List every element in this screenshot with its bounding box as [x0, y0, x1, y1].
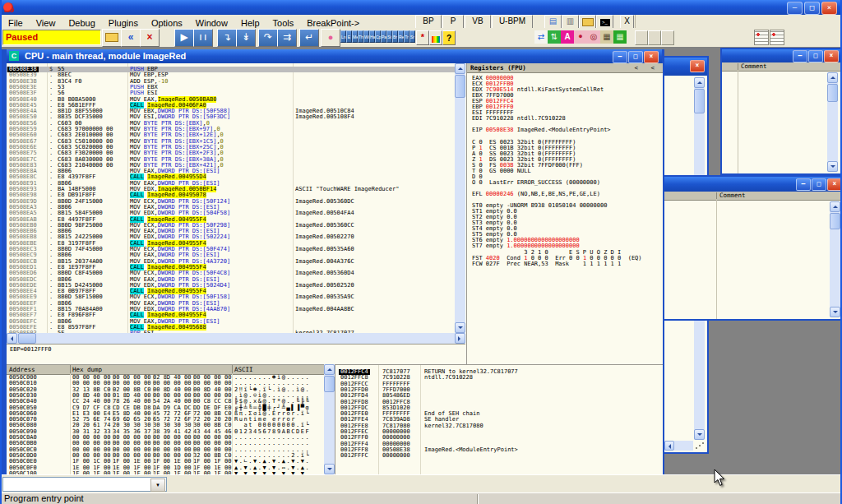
pause-icon[interactable]: ❙❙	[193, 29, 213, 47]
disasm-row[interactable]: 00508EC3.8B0D 74F45000MOV ECX,DWORD PTR …	[7, 247, 455, 252]
plugin-button-bp[interactable]: BP	[415, 15, 442, 29]
open-file-icon[interactable]	[102, 29, 122, 47]
window-button-tr[interactable]: Tr	[404, 30, 409, 43]
stack-row[interactable]: 0012FFFC00000000	[335, 453, 663, 459]
minimize-icon[interactable]: –	[796, 178, 811, 191]
stack-pane[interactable]: 0012FFC47C817077RETURN to kernel32.7C817…	[335, 364, 663, 474]
minimize-icon[interactable]: –	[793, 50, 807, 62]
horizontal-scrollbar[interactable]	[664, 441, 693, 451]
animate-over-icon[interactable]: ⇉	[277, 29, 297, 47]
disasm-row[interactable]: 00508EF7.E8 F896F8FFCALL ImageRed.004955…	[7, 312, 455, 318]
window-button-ln[interactable]: Ln	[340, 30, 346, 43]
scroll-up-icon[interactable]	[694, 77, 705, 88]
disasm-row[interactable]: 00508EFE.E8 8597F8FFCALL ImageRed.004956…	[7, 325, 455, 331]
scroll-left-icon[interactable]	[7, 333, 17, 344]
register-line[interactable]: FCW 027F Prec NEAR,53 Mask 1 1 1 1 1 1	[472, 261, 663, 267]
vertical-scrollbar[interactable]	[827, 72, 838, 172]
scroll-up-icon[interactable]	[830, 201, 840, 212]
scroll-left-icon[interactable]	[664, 441, 674, 451]
notepad-icon[interactable]: ▥	[562, 15, 579, 29]
scroll-down-icon[interactable]	[694, 429, 705, 440]
step-over-icon[interactable]: ↷	[258, 29, 278, 47]
watch-list-icon[interactable]	[770, 30, 784, 45]
step-into-icon[interactable]: ↴	[217, 29, 237, 47]
window-button-re[interactable]: Re	[398, 30, 404, 43]
register-line[interactable]: O 0 LastErr ERROR_SUCCESS (00000000)	[472, 180, 663, 186]
cpu-titlebar[interactable]: C CPU - main thread, module ImageRed – □…	[7, 49, 662, 63]
disasm-horizontal-scrollbar[interactable]	[7, 333, 465, 344]
help-icon[interactable]: ?	[442, 30, 456, 45]
breakpoint-list-icon[interactable]	[754, 30, 769, 45]
copy-icon[interactable]: ▤	[544, 15, 562, 29]
window-button-th[interactable]: Th	[358, 30, 363, 43]
console-icon[interactable]: >_	[596, 15, 613, 29]
disasm-row[interactable]: 00508ED6.8B0D C8F45000MOV ECX,DWORD PTR …	[7, 270, 455, 276]
disasm-vertical-scrollbar[interactable]	[455, 63, 465, 333]
breakpoint-icon[interactable]: ●	[574, 30, 587, 44]
close-icon[interactable]: ×	[690, 60, 705, 72]
column-divider[interactable]	[716, 192, 717, 199]
animate-into-icon[interactable]: ↡	[236, 29, 256, 47]
dump-vertical-scrollbar[interactable]	[324, 364, 335, 474]
scroll-thumb[interactable]	[324, 376, 335, 392]
register-line[interactable]: EFL 00000246 (NO,NB,E,BE,NS,PE,GE,LE)	[472, 192, 663, 197]
register-line[interactable]: EIP 00508E38 ImageRed.<ModuleEntryPoint>	[472, 127, 663, 133]
dump-pane[interactable]: Address Hex dump ASCII 0050C00000 00 00 …	[7, 364, 324, 474]
scroll-thumb[interactable]	[455, 75, 465, 98]
maximize-icon[interactable]: □	[628, 51, 643, 63]
disasm-row[interactable]: 00508E8C.E8 4397F8FFCALL ImageRed.004955…	[7, 174, 455, 180]
assemble-icon[interactable]: A	[561, 30, 574, 44]
close-icon[interactable]: ×	[824, 50, 839, 62]
disasm-row[interactable]: 00508E38$55PUSH EBP	[7, 67, 455, 72]
disasm-row[interactable]: 00508EE9.8B0D 58F15000MOV ECX,DWORD PTR …	[7, 294, 455, 300]
command-combobox[interactable]: ▼	[2, 477, 167, 492]
minimize-button[interactable]: –	[787, 2, 803, 15]
keypad-icon[interactable]: ▦	[600, 30, 613, 44]
disassembly-pane[interactable]: 00508E38$55PUSH EBP00508E39.8BECMOV EBP,…	[7, 63, 455, 333]
scroll-up-icon[interactable]	[455, 63, 465, 74]
chevron-down-icon[interactable]: ▼	[150, 479, 165, 492]
scroll-up-icon[interactable]	[827, 72, 838, 83]
squeezed-window-titlebar[interactable]: ×	[663, 58, 707, 76]
update-icon[interactable]: ⇅	[548, 30, 561, 44]
scroll-thumb[interactable]	[830, 213, 840, 229]
folder-icon[interactable]	[579, 15, 596, 29]
appearance-icon[interactable]	[429, 30, 442, 45]
plugin-close-button[interactable]: X	[620, 15, 634, 29]
run-icon[interactable]: ▶	[174, 29, 194, 47]
disasm-row[interactable]: 00508EB0.8B0D 98F25000MOV ECX,DWORD PTR …	[7, 223, 455, 229]
close-program-icon[interactable]: ×	[140, 29, 160, 47]
comment-window-bottom-titlebar[interactable]: – □ ×	[664, 177, 842, 192]
maximize-button[interactable]: □	[804, 2, 820, 15]
scroll-thumb[interactable]	[827, 84, 838, 102]
scroll-down-icon[interactable]	[455, 322, 465, 333]
blank-button[interactable]	[648, 30, 661, 45]
trace-icon[interactable]: ◎	[587, 30, 600, 44]
window-button-sr[interactable]: Sr	[409, 30, 415, 43]
maximize-icon[interactable]: □	[808, 50, 823, 62]
disasm-row[interactable]: 00508E3B.83C4 F0ADD ESP,-10	[7, 79, 455, 85]
registers-next-icon[interactable]: <	[650, 63, 655, 72]
plugin-button-vb[interactable]: VB	[465, 15, 491, 29]
execute-till-return-icon[interactable]: ↵	[299, 29, 319, 47]
disasm-row[interactable]: 00508E3E.53PUSH EBX	[7, 85, 455, 90]
window-button-pa[interactable]: Pa	[381, 30, 386, 43]
scroll-down-icon[interactable]	[830, 307, 840, 317]
plugin-button-u-bpm[interactable]: U-BPM	[492, 15, 533, 29]
register-line[interactable]: EDI 7C910228 ntdll.7C910228	[472, 116, 663, 122]
close-icon[interactable]: ×	[644, 51, 659, 63]
registers-pane[interactable]: Registers (FPU) < < EAX 00000000ECX 0012…	[466, 63, 663, 366]
close-button[interactable]: ×	[821, 2, 837, 15]
scroll-thumb[interactable]	[694, 89, 705, 113]
blank-button[interactable]	[635, 30, 648, 45]
scroll-down-icon[interactable]	[827, 161, 838, 172]
gear-icon[interactable]: *	[416, 30, 429, 45]
column-divider[interactable]	[232, 365, 233, 373]
memory-map-icon[interactable]: ▦	[613, 30, 627, 44]
window-button-cp[interactable]: Cp	[375, 30, 381, 43]
column-divider[interactable]	[70, 365, 71, 373]
minimize-icon[interactable]: –	[613, 51, 627, 63]
blank-button[interactable]	[661, 30, 674, 45]
window-button-br[interactable]: Br	[392, 30, 398, 43]
restart-icon[interactable]: «	[121, 29, 141, 47]
